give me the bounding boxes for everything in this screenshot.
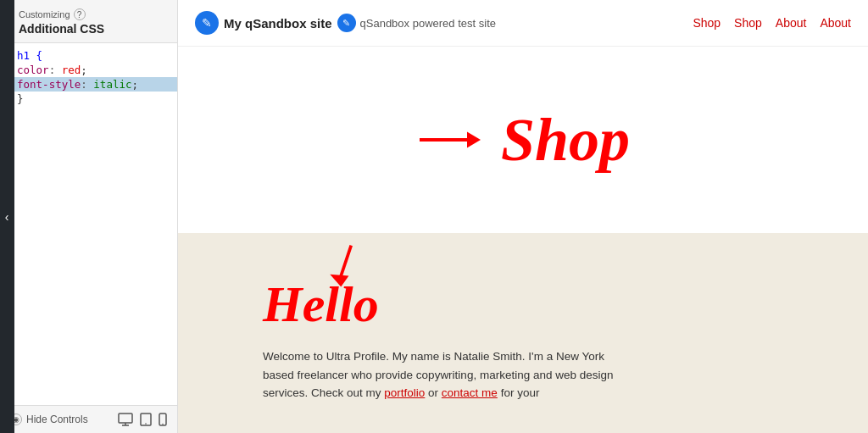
site-nav: Shop Shop About About: [693, 16, 851, 30]
customizing-label: Customizing ?: [19, 8, 167, 20]
hide-controls-label: Hide Controls: [26, 414, 88, 425]
panel-title: Additional CSS: [19, 22, 167, 36]
nav-about-1[interactable]: About: [776, 16, 807, 30]
shop-heading: Shop: [501, 105, 630, 175]
back-button[interactable]: ‹: [0, 0, 14, 433]
css-editor[interactable]: 1 h1 { 2 color: red; 3 font-style: itali…: [0, 43, 177, 405]
right-arrow-icon: [416, 123, 484, 157]
svg-marker-10: [330, 275, 348, 287]
mobile-icon: [159, 413, 167, 426]
panel-header: Customizing ? Additional CSS: [0, 0, 177, 43]
hero-white-section: Shop: [178, 47, 868, 233]
nav-shop-1[interactable]: Shop: [693, 16, 721, 30]
site-preview: ✎ My qSandbox site ✎ qSandbox powered te…: [178, 0, 868, 433]
header-content: Customizing ? Additional CSS: [19, 8, 167, 36]
bottom-bar: ◉ Hide Controls: [0, 405, 177, 433]
hide-controls-button[interactable]: ◉ Hide Controls: [10, 414, 88, 425]
code-line-4: 4 }: [0, 92, 177, 106]
line-content: font-style: italic;: [17, 78, 177, 91]
svg-rect-0: [119, 414, 132, 423]
nav-shop-2[interactable]: Shop: [734, 16, 762, 30]
down-arrow-icon: [322, 241, 364, 296]
line-content: h1 {: [17, 49, 177, 62]
contact-link[interactable]: contact me: [442, 386, 498, 399]
desktop-view-button[interactable]: [118, 413, 133, 426]
chevron-left-icon: ‹: [5, 211, 9, 223]
svg-marker-8: [467, 131, 481, 147]
body-text: Welcome to Ultra Profile. My name is Nat…: [263, 347, 619, 402]
svg-point-6: [162, 424, 163, 425]
site-name: My qSandbox site: [224, 16, 332, 31]
tablet-icon: [140, 413, 152, 426]
site-logo-area: ✎ My qSandbox site: [195, 11, 332, 35]
info-icon[interactable]: ?: [74, 8, 86, 20]
hero-heading: Shop: [416, 105, 630, 175]
svg-point-4: [145, 423, 147, 425]
portfolio-link[interactable]: portfolio: [384, 386, 425, 399]
desktop-icon: [118, 413, 133, 426]
mobile-view-button[interactable]: [159, 413, 167, 426]
site-tagline-icon: ✎: [337, 14, 356, 32]
site-header: ✎ My qSandbox site ✎ qSandbox powered te…: [178, 0, 868, 47]
customizer-panel: ‹ Customizing ? Additional CSS 1 h1 { 2 …: [0, 0, 178, 433]
line-content: color: red;: [17, 64, 177, 76]
site-logo-icon: ✎: [195, 11, 219, 35]
line-content: }: [17, 92, 177, 105]
code-line-2: 2 color: red;: [0, 63, 177, 77]
site-tagline-area: ✎ qSandbox powered test site: [337, 14, 496, 32]
code-line-1: 1 h1 {: [0, 48, 177, 63]
site-tagline: qSandbox powered test site: [360, 17, 496, 30]
site-content: Shop Hello Welcome to Ultra Profile. My …: [178, 47, 868, 433]
tablet-view-button[interactable]: [140, 413, 152, 426]
hero-beige-section: Hello Welcome to Ultra Profile. My name …: [178, 233, 868, 433]
view-icons: [118, 413, 167, 426]
nav-about-2[interactable]: About: [820, 16, 851, 30]
code-line-3: 3 font-style: italic;: [0, 77, 177, 92]
